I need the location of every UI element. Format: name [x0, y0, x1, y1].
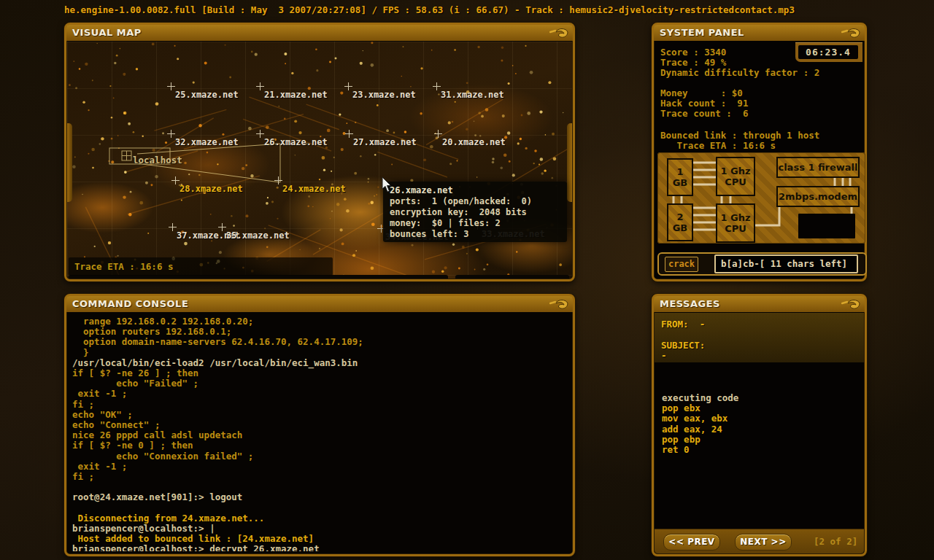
console-line: brianspencer@localhost:> | [72, 524, 568, 534]
hardware-cpu1: 1 Ghz CPU [716, 157, 755, 196]
stat-line: Trace ETA : 16:6 s [660, 141, 819, 151]
console-line [72, 503, 568, 513]
node-crosshair-icon [171, 176, 180, 184]
stat-line: Dynamic difficulty factor : 2 [660, 68, 819, 78]
messages-content: FROM: - SUBJECT: - executing codepop ebx… [655, 313, 864, 553]
visual-map-titlebar: VISUAL MAP [66, 25, 573, 41]
messages-title: MESSAGES [660, 298, 720, 309]
map-node-label[interactable]: 25.xmaze.net [175, 90, 239, 100]
visual-map-title: VISUAL MAP [72, 27, 142, 38]
message-subject-label: SUBJECT: [661, 341, 705, 351]
hardware-modem: 2mbps.modem [776, 186, 860, 207]
node-crosshair-icon [434, 130, 442, 138]
console-line: echo "Connect" ; [72, 420, 568, 430]
map-node-label[interactable]: 24.xmaze.net [282, 184, 346, 194]
message-page-indicator: [2 of 2] [814, 536, 857, 547]
crack-input-field[interactable]: b[a]cb-[ 11 chars left] [714, 254, 858, 273]
command-console-panel: COMMAND CONSOLE range 192.168.0.2 192.16… [64, 294, 575, 556]
map-node-label[interactable]: 23.xmaze.net [352, 90, 416, 100]
console-line: option routers 192.168.0.1; [72, 327, 568, 337]
stat-line: Trace : 49 % [660, 58, 819, 68]
messages-nav-bar: << PREV NEXT >> [2 of 2] [655, 529, 864, 553]
panel-claw-icon [549, 27, 568, 39]
frame-notch-left [67, 123, 72, 202]
messages-titlebar: MESSAGES [654, 296, 865, 312]
trace-eta-text: Trace ETA : 16:6 s [74, 261, 173, 272]
console-line: if [ $? -ne 26 ] ; then [72, 368, 568, 378]
command-console-titlebar: COMMAND CONSOLE [66, 296, 573, 312]
localhost-node-label[interactable]: localhost [133, 155, 182, 166]
message-body: executing codepop ebxmov eax, ebxadd eax… [662, 393, 860, 455]
console-line [72, 482, 568, 492]
network-map[interactable]: localhost 25.xmaze.net21.xmaze.net23.xma… [67, 42, 572, 279]
command-console-title: COMMAND CONSOLE [72, 298, 188, 309]
node-crosshair-icon [167, 130, 175, 138]
node-crosshair-icon [274, 176, 282, 184]
map-node-label[interactable]: 32.xmaze.net [175, 137, 239, 147]
node-crosshair-icon [433, 82, 441, 90]
hardware-firewall: class 1 firewall [776, 157, 860, 178]
console-line: fi ; [72, 472, 568, 482]
tooltip-line: money: $0 | files: 2 [390, 218, 567, 229]
stat-line: Hack count : 91 [660, 98, 748, 109]
hardware-ram1: 1 GB [667, 158, 693, 196]
console-output[interactable]: range 192.168.0.2 192.168.0.20; option r… [72, 316, 568, 551]
map-node-label[interactable]: 20.xmaze.net [442, 137, 506, 147]
visual-map-panel: VISUAL MAP localhost [64, 23, 575, 281]
console-line: echo "Failed" ; [72, 378, 568, 389]
game-screen: he.engine-1.00.0082.full [Build : May 3 … [0, 0, 934, 560]
crack-button[interactable]: crack [665, 257, 698, 272]
map-node-label[interactable]: 27.xmaze.net [353, 137, 417, 147]
console-line: nice 26 pppd call adsl updetach [72, 430, 568, 440]
message-body-line: pop ebp [662, 435, 860, 445]
node-crosshair-icon [256, 82, 264, 90]
hardware-cpu2: 1 Ghz CPU [716, 203, 755, 243]
tooltip-line: encryption key: 2048 bits [390, 207, 567, 218]
tooltip-host-name: 26.xmaze.net [390, 185, 567, 196]
hardware-diagram: 1 GB 1 Ghz CPU class 1 firewall 2mbps.mo… [657, 152, 865, 244]
console-line: exit -1 ; [72, 462, 568, 472]
map-node-label[interactable]: 31.xmaze.net [441, 90, 504, 100]
message-header: FROM: - SUBJECT: - [655, 313, 864, 362]
next-message-button[interactable]: NEXT >> [735, 534, 792, 551]
host-tooltip: 26.xmaze.net ports: 1 (open/hacked: 0)en… [383, 182, 567, 242]
engine-status-bar: he.engine-1.00.0082.full [Build : May 3 … [64, 4, 903, 15]
console-line: Host added to bounced link : [24.xmaze.n… [72, 534, 568, 544]
map-node-label[interactable]: 28.xmaze.net [180, 184, 243, 194]
tooltip-line: ports: 1 (open/hacked: 0) [390, 196, 567, 207]
message-body-line: mov eax, ebx [662, 413, 860, 424]
stat-line: Bounced link : through 1 host [660, 131, 819, 141]
message-from-line: FROM: - [661, 319, 705, 330]
frame-notch-right [567, 123, 572, 202]
messages-panel: MESSAGES FROM: - SUBJECT: - executing co… [652, 294, 867, 556]
message-subject-value: - [661, 351, 667, 361]
console-line: root@24.xmaze.net[901]:> logout [72, 492, 568, 502]
console-line: echo "OK" ; [72, 410, 568, 420]
mouse-cursor-icon [382, 177, 393, 193]
prev-message-button[interactable]: << PREV [663, 534, 720, 551]
system-panel-content: 06:23.4 Score : 3340Trace : 49 %Dynamic … [655, 42, 864, 279]
message-body-line: ret 0 [662, 445, 860, 455]
console-line: exit -1 ; [72, 389, 568, 399]
message-body-line: executing code [662, 393, 860, 403]
panel-claw-icon [841, 298, 860, 311]
console-line: /usr/local/bin/eci-load2 /usr/local/bin/… [72, 358, 568, 368]
stat-line: Trace count : 6 [660, 109, 748, 119]
console-line: Disconnecting from 24.xmaze.net... [72, 513, 568, 524]
map-bottom-strip-right [455, 275, 569, 279]
console-line: fi ; [72, 400, 568, 410]
message-body-line: add eax, 24 [662, 424, 860, 435]
panel-claw-icon [549, 298, 568, 311]
map-node-label[interactable]: 35.xmaze.net [226, 230, 290, 241]
node-crosshair-icon [167, 82, 175, 90]
panel-claw-icon [841, 27, 860, 39]
money-stats-block: Money : $0Hack count : 91Trace count : 6 [660, 88, 748, 120]
console-line: echo "Connexion failed" ; [72, 451, 568, 462]
node-crosshair-icon [344, 82, 352, 90]
stat-line: Score : 3340 [660, 47, 819, 58]
message-body-line: pop ebx [662, 403, 860, 413]
map-node-label[interactable]: 26.xmaze.net [264, 137, 328, 147]
crack-toolbar: crack b[a]cb-[ 11 chars left] [657, 252, 867, 276]
map-node-label[interactable]: 21.xmaze.net [264, 90, 328, 100]
node-crosshair-icon [169, 223, 177, 231]
